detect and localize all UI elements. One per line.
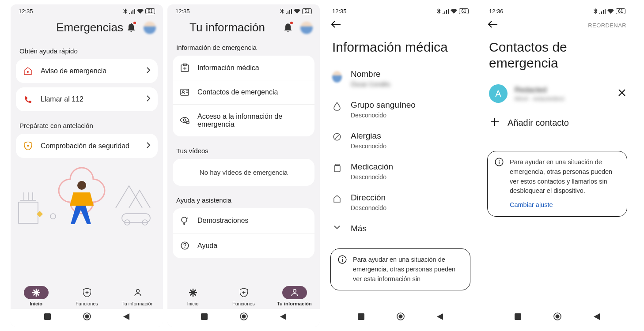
nav-funciones[interactable]: Funciones [61, 285, 112, 307]
row-medical-info[interactable]: Información médica [173, 56, 314, 80]
person-icon [125, 286, 150, 299]
back-button[interactable] [280, 313, 286, 322]
recent-apps-button[interactable] [515, 313, 521, 322]
svg-point-46 [499, 160, 500, 161]
svg-point-1 [27, 145, 29, 147]
row-call-112[interactable]: Llamar al 112 [16, 87, 158, 111]
change-setting-link[interactable]: Cambiar ajuste [510, 200, 620, 210]
field-value: Desconocido [351, 173, 469, 181]
status-time: 12:35 [19, 8, 33, 15]
row-medicacion[interactable]: Medicación Desconocido [324, 156, 477, 187]
contact-item[interactable]: A Redacted Móvil · redactedtext [481, 79, 633, 108]
bluetooth-icon [437, 8, 441, 14]
add-contact-button[interactable]: Añadir contacto [481, 108, 633, 138]
row-emergency-access[interactable]: Acceso a la información de emergencia [173, 105, 314, 136]
page-title: Contactos de emergencia [481, 34, 633, 79]
home-button[interactable] [83, 312, 91, 322]
row-direccion[interactable]: Dirección Desconocido [324, 187, 477, 218]
reorder-button[interactable]: REORDENAR [588, 22, 626, 29]
add-label: Añadir contacto [508, 118, 569, 128]
home-button[interactable] [553, 312, 561, 322]
nav-tuinfo[interactable]: Tu información [112, 285, 163, 307]
screen-informacion-medica: 12:35 61 Información médica Nombre Óscar… [324, 4, 477, 327]
card-call-112: Llamar al 112 [16, 87, 158, 111]
content: Información de emergencia Información mé… [167, 41, 320, 282]
help-icon [180, 241, 189, 250]
nav-funciones[interactable]: Funciones [218, 285, 269, 307]
home-button[interactable] [397, 312, 405, 322]
svg-point-30 [184, 247, 185, 248]
content: Obtén ayuda rápido Aviso de emergencia L… [11, 41, 163, 282]
chevron-right-icon [147, 95, 151, 103]
contact-card-icon [180, 89, 189, 96]
nav-inicio[interactable]: Inicio [167, 285, 218, 307]
profile-avatar[interactable] [144, 22, 156, 34]
row-label: Ayuda [197, 242, 307, 250]
row-label: Acceso a la información de emergencia [197, 113, 307, 128]
row-nombre[interactable]: Nombre Óscar Condés [324, 63, 477, 94]
battery-indicator: 61 [302, 8, 312, 14]
section-label: Obtén ayuda rápido [16, 41, 158, 59]
svg-point-22 [183, 119, 186, 121]
row-emergency-alert[interactable]: Aviso de emergencia [16, 59, 158, 83]
card-emergency-info: Información médica Contactos de emergenc… [173, 56, 314, 136]
row-grupo-sanguineo[interactable]: Grupo sanguíneo Desconocido [324, 94, 477, 125]
back-button[interactable] [437, 313, 443, 322]
svg-point-44 [398, 315, 402, 319]
chevron-right-icon [147, 142, 151, 150]
bell-icon [127, 22, 136, 32]
recent-apps-button[interactable] [201, 313, 208, 322]
back-button[interactable] [331, 21, 341, 30]
content: A Redacted Móvil · redactedtext Añadir c… [481, 79, 633, 309]
info-icon [495, 158, 504, 210]
bell-icon [284, 22, 292, 32]
row-mas[interactable]: Más [324, 218, 477, 240]
system-nav [167, 309, 320, 327]
more-label: Más [351, 224, 469, 233]
svg-rect-48 [515, 313, 521, 320]
nav-inicio[interactable]: Inicio [11, 285, 61, 307]
svg-point-34 [242, 315, 246, 319]
svg-point-11 [50, 214, 56, 219]
back-button[interactable] [488, 21, 498, 30]
back-button[interactable] [123, 313, 129, 322]
notifications-button[interactable] [127, 22, 136, 34]
status-indicators: 61 [594, 8, 625, 14]
row-help[interactable]: Ayuda [173, 233, 314, 258]
recent-apps-button[interactable] [358, 313, 364, 322]
close-icon [618, 89, 625, 96]
row-label: Contactos de emergencia [197, 88, 307, 96]
svg-rect-2 [19, 202, 38, 223]
svg-rect-7 [122, 214, 150, 222]
arrow-left-icon [488, 21, 498, 28]
row-demos[interactable]: Demostraciones [173, 208, 314, 233]
svg-point-0 [27, 71, 29, 73]
row-emergency-contacts[interactable]: Contactos de emergencia [173, 80, 314, 105]
blood-drop-icon [332, 100, 342, 111]
notifications-button[interactable] [284, 22, 292, 34]
asterisk-icon [181, 286, 205, 299]
screen-emergencias: 12:35 61 Emergencias Obtén ayuda rápido … [11, 4, 163, 327]
battery-indicator: 61 [145, 8, 155, 14]
remove-contact-button[interactable] [618, 89, 625, 98]
nav-tuinfo[interactable]: Tu información [269, 285, 320, 307]
home-button[interactable] [240, 312, 248, 322]
medical-badge-icon [180, 64, 189, 72]
page-title: Emergencias [18, 21, 123, 34]
svg-point-50 [555, 315, 559, 319]
svg-line-36 [335, 135, 340, 139]
recent-apps-button[interactable] [44, 313, 51, 322]
field-value: Óscar Condés [351, 81, 469, 88]
section-label: Información de emergencia [173, 41, 314, 56]
profile-avatar[interactable] [300, 22, 313, 34]
bottom-nav: Inicio Funciones Tu información [11, 282, 163, 309]
svg-point-15 [85, 315, 89, 319]
row-safety-check[interactable]: Comprobación de seguridad [16, 134, 158, 158]
section-label: Ayuda y asistencia [173, 190, 314, 208]
wifi-icon [137, 9, 144, 14]
back-button[interactable] [594, 313, 600, 322]
battery-indicator: 61 [616, 8, 625, 14]
notice-box: Para ayudar en una situación de emergenc… [487, 151, 627, 217]
wifi-icon [607, 9, 614, 14]
row-alergias[interactable]: Alergias Desconocido [324, 125, 477, 156]
